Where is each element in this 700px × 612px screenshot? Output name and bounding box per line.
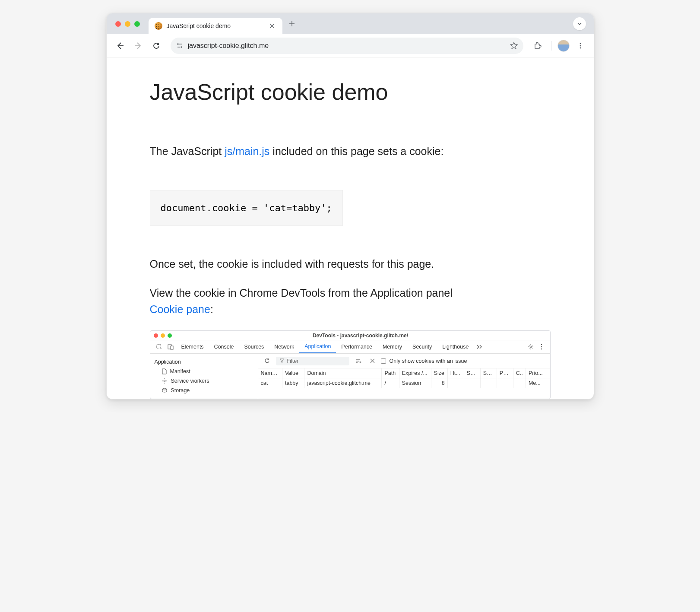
cell-partition: [497, 378, 513, 388]
cell-path: /: [382, 378, 399, 388]
browser-toolbar: javascript-cookie.glitch.me: [107, 34, 594, 57]
tab-close-button[interactable]: [268, 22, 276, 29]
cell-expires: Session: [399, 378, 431, 388]
tab-application[interactable]: Application: [299, 340, 336, 353]
profile-avatar[interactable]: [557, 40, 570, 52]
browser-window: JavaScript cookie demo javascript-cookie…: [106, 13, 594, 400]
clear-filter-icon[interactable]: [353, 356, 364, 366]
arrow-right-icon: [134, 41, 143, 50]
address-bar[interactable]: javascript-cookie.glitch.me: [171, 38, 523, 54]
devtools-titlebar: DevTools - javascript-cookie.glitch.me/: [150, 331, 550, 340]
back-button[interactable]: [113, 38, 127, 53]
device-toggle-icon[interactable]: [165, 341, 176, 352]
reload-icon: [152, 42, 160, 50]
reload-button[interactable]: [149, 38, 164, 53]
dots-vertical-icon: [577, 42, 584, 49]
svg-point-1: [181, 46, 182, 48]
star-icon: [510, 41, 518, 50]
col-priority[interactable]: Prio...: [526, 368, 550, 378]
col-httponly[interactable]: Ht...: [447, 368, 464, 378]
cookie-filter-bar: Filter Only show cookies with an issue: [258, 354, 550, 368]
col-name[interactable]: Name▲: [258, 368, 282, 378]
maximize-window-button[interactable]: [134, 21, 140, 27]
bookmark-button[interactable]: [510, 41, 518, 50]
tab-memory[interactable]: Memory: [377, 341, 407, 353]
devtools-close-dot[interactable]: [154, 333, 158, 338]
paragraph-2: Once set, the cookie is included with re…: [150, 256, 551, 273]
col-size[interactable]: Size: [431, 368, 447, 378]
checkbox-icon: [381, 358, 386, 364]
cookie-pane-link[interactable]: Cookie pane: [150, 303, 210, 315]
browser-tab[interactable]: JavaScript cookie demo: [149, 18, 282, 34]
para3-post: :: [210, 303, 213, 315]
cookie-row[interactable]: cat tabby javascript-cookie.glitch.me / …: [258, 378, 550, 388]
gear-icon: [162, 378, 168, 384]
devtools-settings-icon[interactable]: [525, 341, 536, 352]
cookie-filter-input[interactable]: Filter: [276, 357, 349, 365]
document-icon: [162, 368, 167, 374]
tab-performance[interactable]: Performance: [336, 341, 377, 353]
tabs-dropdown-button[interactable]: [573, 17, 586, 30]
tab-network[interactable]: Network: [269, 341, 299, 353]
svg-point-12: [164, 380, 165, 382]
para3-pre: View the cookie in Chrome DevTools from …: [150, 287, 453, 299]
filter-icon: [279, 358, 284, 363]
sidebar-item-storage[interactable]: Storage: [150, 386, 258, 395]
sidebar-label-sw: Service workers: [171, 378, 209, 384]
devtools-menu-icon[interactable]: [536, 341, 547, 352]
intro-text-post: included on this page sets a cookie:: [269, 145, 443, 157]
tab-sources[interactable]: Sources: [239, 341, 269, 353]
col-path[interactable]: Path: [382, 368, 399, 378]
minimize-window-button[interactable]: [125, 21, 130, 27]
close-window-button[interactable]: [115, 21, 121, 27]
sidebar-label-manifest: Manifest: [170, 368, 190, 374]
devtools-max-dot[interactable]: [168, 333, 172, 338]
inspect-icon[interactable]: [154, 341, 165, 352]
cell-domain: javascript-cookie.glitch.me: [304, 378, 382, 388]
col-secure[interactable]: Se...: [464, 368, 480, 378]
more-tabs-icon[interactable]: [474, 342, 486, 352]
svg-point-8: [530, 346, 532, 348]
forward-button[interactable]: [131, 38, 146, 53]
tab-console[interactable]: Console: [209, 341, 239, 353]
chrome-menu-button[interactable]: [573, 38, 588, 53]
extensions-button[interactable]: [530, 38, 545, 53]
col-domain[interactable]: Domain: [304, 368, 382, 378]
sidebar-item-service-workers[interactable]: Service workers: [150, 376, 258, 386]
page-heading: JavaScript cookie demo: [150, 79, 551, 113]
sidebar-label-storage: Storage: [171, 387, 190, 393]
svg-point-13: [162, 388, 167, 390]
cell-secure: [464, 378, 480, 388]
new-tab-button[interactable]: [282, 20, 301, 27]
tab-strip: JavaScript cookie demo: [107, 13, 594, 34]
arrow-left-icon: [116, 41, 124, 50]
intro-paragraph: The JavaScript js/main.js included on th…: [150, 143, 551, 160]
col-cross[interactable]: C..: [513, 368, 526, 378]
chevron-down-icon: [576, 21, 583, 27]
devtools-title: DevTools - javascript-cookie.glitch.me/: [174, 333, 547, 339]
devtools-tabs: Elements Console Sources Network Applica…: [150, 340, 550, 354]
cell-samesite: [480, 378, 497, 388]
devtools-main: Filter Only show cookies with an issue: [258, 354, 550, 399]
devtools-min-dot[interactable]: [161, 333, 165, 338]
mainjs-link[interactable]: js/main.js: [225, 145, 269, 157]
only-issues-label: Only show cookies with an issue: [390, 358, 467, 364]
clear-all-icon[interactable]: [367, 356, 377, 366]
tab-elements[interactable]: Elements: [176, 341, 209, 353]
refresh-cookies-button[interactable]: [262, 355, 272, 366]
sidebar-item-manifest[interactable]: Manifest: [150, 367, 258, 376]
cell-httponly: [447, 378, 464, 388]
tab-lighthouse[interactable]: Lighthouse: [437, 341, 474, 353]
col-value[interactable]: Value: [282, 368, 304, 378]
site-settings-icon[interactable]: [176, 42, 184, 50]
svg-point-0: [177, 43, 179, 45]
tab-security[interactable]: Security: [407, 341, 437, 353]
svg-point-4: [580, 47, 581, 48]
col-partition[interactable]: Pa...: [497, 368, 513, 378]
svg-point-11: [541, 349, 542, 349]
col-samesite[interactable]: Sa...: [480, 368, 497, 378]
only-issues-checkbox[interactable]: Only show cookies with an issue: [381, 358, 467, 364]
col-expires[interactable]: Expires /...: [399, 368, 431, 378]
cookies-table-head: Name▲ Value Domain Path Expires /... Siz…: [258, 368, 550, 378]
window-controls: [112, 21, 149, 27]
